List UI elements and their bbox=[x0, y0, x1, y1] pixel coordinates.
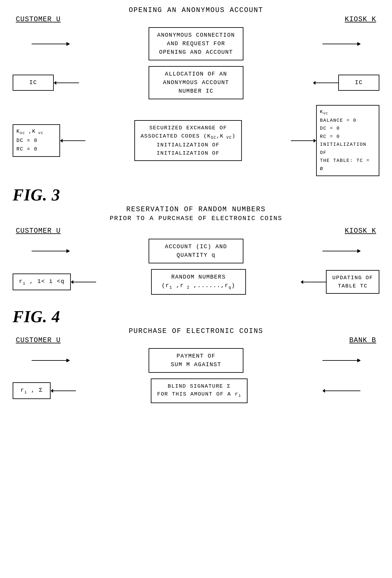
box-ri-sigma: ri , Σ bbox=[13, 382, 51, 399]
svg-marker-5 bbox=[54, 81, 56, 85]
flow-row-3: KSC ,K VCDC = 0RC = 0 SECURIZED EXCHANGE… bbox=[13, 105, 379, 176]
flow-row-fig3-1: ACCOUNT (IC) ANDQUANTITY q bbox=[13, 239, 379, 263]
fig4-section: FIG. 4 PURCHASE OF ELECTRONIC COINS CUST… bbox=[13, 307, 379, 403]
svg-marker-25 bbox=[51, 389, 53, 393]
box-ic-left: IC bbox=[13, 75, 54, 91]
arrow-right-3 bbox=[291, 136, 316, 145]
box-ksc-text: KSC ,K VCDC = 0RC = 0 bbox=[16, 129, 44, 152]
svg-marker-11 bbox=[314, 139, 316, 143]
fig3-section: FIG. 3 RESERVATION OF RANDOM NUMBERS PRI… bbox=[13, 186, 379, 294]
box-fig4-2-wrap: BLIND SIGNATURE ΣFOR THIS AMOUNT OF A ri bbox=[76, 378, 322, 403]
arrow-left-fig4-2 bbox=[51, 386, 76, 395]
box-random-numbers: RANDOM NUMBERS(r1 ,r 2 ,......,rq) bbox=[151, 269, 246, 294]
arrow-out-fig4-1 bbox=[322, 356, 360, 365]
right-side-3: KVCBALANCE = 0DC = 0RC = 0INITIALIZATION… bbox=[291, 105, 379, 176]
box2-wrap: ALLOCATION OF ANANONYMOUS ACCOUNTNUMBER … bbox=[79, 66, 313, 99]
flow-row-fig4-1: PAYMENT OFSUM M AGAINST bbox=[13, 348, 379, 373]
flow-row-fig3-2: ri , 1< i <q RANDOM NUMBERS(r1 ,r 2 ,...… bbox=[13, 269, 379, 294]
svg-marker-3 bbox=[357, 42, 360, 46]
right-side-fig3-2: UPDATING OFTABLE TC bbox=[301, 270, 379, 294]
arrow-left-from-right-2 bbox=[313, 78, 338, 87]
box-kvc-right: KVCBALANCE = 0DC = 0RC = 0INITIALIZATION… bbox=[316, 105, 379, 176]
box-anon-connection: ANONYMOUS CONNECTIONAND REQUEST FOROPENI… bbox=[149, 27, 243, 60]
right-side-1 bbox=[322, 40, 379, 48]
svg-marker-17 bbox=[71, 280, 73, 284]
right-side-fig4-1 bbox=[322, 356, 379, 365]
box3-wrap: SECURIZED EXCHANGE OFASSOCIATED CODES (K… bbox=[85, 120, 291, 161]
box-fig3-1-wrap: ACCOUNT (IC) ANDQUANTITY q bbox=[70, 239, 322, 263]
box-payment-text: PAYMENT OFSUM M AGAINST bbox=[171, 353, 221, 368]
left-side-3: KSC ,K VCDC = 0RC = 0 bbox=[13, 124, 85, 157]
left-side-fig4-1 bbox=[13, 356, 70, 365]
box-random-numbers-text: RANDOM NUMBERS(r1 ,r 2 ,......,rq) bbox=[162, 274, 235, 289]
fig3-subtitle: PRIOR TO A PURCHASE OF ELECTRONIC COINS bbox=[13, 215, 379, 222]
box-fig4-1-wrap: PAYMENT OFSUM M AGAINST bbox=[70, 348, 322, 373]
right-side-2: IC bbox=[313, 75, 379, 91]
box-updating-tc-text: UPDATING OFTABLE TC bbox=[332, 275, 373, 289]
box-securized-text: SECURIZED EXCHANGE OFASSOCIATED CODES (K… bbox=[141, 125, 236, 156]
left-side-2: IC bbox=[13, 75, 79, 91]
arrow-in-fig4-1 bbox=[32, 356, 70, 365]
kiosk-k-label-top: KIOSK K bbox=[345, 15, 376, 23]
box1-wrap: ANONYMOUS CONNECTIONAND REQUEST FOROPENI… bbox=[70, 27, 322, 60]
box-blind-signature-text: BLIND SIGNATURE ΣFOR THIS AMOUNT OF A ri bbox=[157, 383, 241, 397]
box-ri-sigma-text: ri , Σ bbox=[21, 387, 43, 393]
top-title: OPENING AN ANONYMOUS ACCOUNT bbox=[13, 6, 379, 14]
arrow-left-2 bbox=[54, 78, 79, 87]
arrow-in-1 bbox=[32, 40, 70, 48]
arrow-left-from-right-fig3-2 bbox=[301, 278, 326, 286]
customer-u-label-top: CUSTOMER U bbox=[16, 15, 61, 23]
customer-u-label-fig3: CUSTOMER U bbox=[16, 227, 61, 235]
bank-b-label-fig4: BANK B bbox=[349, 336, 376, 344]
actors-row-fig3: CUSTOMER U KIOSK K bbox=[13, 227, 379, 235]
flow-row-1: ANONYMOUS CONNECTIONAND REQUEST FOROPENI… bbox=[13, 27, 379, 60]
box-fig3-2-wrap: RANDOM NUMBERS(r1 ,r 2 ,......,rq) bbox=[96, 269, 301, 294]
page: OPENING AN ANONYMOUS ACCOUNT CUSTOMER U … bbox=[0, 0, 392, 578]
flow-row-2: IC ALLOCATION OF ANANONYMOUS ACCOUNTNUMB… bbox=[13, 66, 379, 99]
arrow-left-fig3-2 bbox=[71, 278, 96, 286]
box-ksc-kvc-left: KSC ,K VCDC = 0RC = 0 bbox=[13, 124, 60, 157]
fig4-label: FIG. 4 bbox=[13, 307, 379, 326]
svg-marker-23 bbox=[357, 359, 360, 362]
box-kvc-right-text: KVCBALANCE = 0DC = 0RC = 0INITIALIZATION… bbox=[320, 109, 370, 172]
right-side-fig4-2 bbox=[322, 386, 379, 395]
box-payment: PAYMENT OFSUM M AGAINST bbox=[149, 348, 243, 373]
flow-row-fig4-2: ri , Σ BLIND SIGNATURE ΣFOR THIS AMOUNT … bbox=[13, 378, 379, 403]
svg-marker-27 bbox=[322, 389, 325, 393]
actors-row-top: CUSTOMER U KIOSK K bbox=[13, 15, 379, 23]
fig3-label: FIG. 3 bbox=[13, 186, 379, 204]
fig4-title: PURCHASE OF ELECTRONIC COINS bbox=[13, 327, 379, 335]
svg-marker-7 bbox=[313, 81, 315, 85]
box-allocation: ALLOCATION OF ANANONYMOUS ACCOUNTNUMBER … bbox=[149, 66, 243, 99]
box-ic-left-text: IC bbox=[29, 79, 37, 86]
svg-marker-9 bbox=[60, 139, 63, 143]
arrow-in-fig4-2-right bbox=[322, 386, 360, 395]
right-side-fig3-1 bbox=[322, 247, 379, 255]
svg-marker-15 bbox=[357, 249, 360, 253]
svg-marker-1 bbox=[66, 42, 70, 46]
arrow-in-fig3-1 bbox=[32, 247, 70, 255]
fig3-title: RESERVATION OF RANDOM NUMBERS bbox=[13, 206, 379, 213]
box-ri-left-text: ri , 1< i <q bbox=[19, 278, 64, 285]
svg-marker-13 bbox=[66, 249, 70, 253]
box-ic-right: IC bbox=[338, 75, 379, 91]
box-account-quantity-text: ACCOUNT (IC) ANDQUANTITY q bbox=[165, 243, 227, 258]
box-account-quantity: ACCOUNT (IC) ANDQUANTITY q bbox=[149, 239, 243, 263]
svg-marker-19 bbox=[301, 280, 303, 284]
box-ri-left: ri , 1< i <q bbox=[13, 274, 71, 290]
fig-top-section: OPENING AN ANONYMOUS ACCOUNT CUSTOMER U … bbox=[13, 6, 379, 176]
box-securized-exchange: SECURIZED EXCHANGE OFASSOCIATED CODES (K… bbox=[134, 120, 242, 161]
box-allocation-text: ALLOCATION OF ANANONYMOUS ACCOUNTNUMBER … bbox=[163, 71, 229, 94]
left-side-fig3-1 bbox=[13, 247, 70, 255]
arrow-left-3 bbox=[60, 136, 85, 145]
left-side-fig4-2: ri , Σ bbox=[13, 382, 76, 399]
left-side-1 bbox=[13, 40, 70, 48]
box-ic-right-text: IC bbox=[355, 79, 363, 86]
box-updating-tc: UPDATING OFTABLE TC bbox=[326, 270, 379, 294]
box-anon-connection-text: ANONYMOUS CONNECTIONAND REQUEST FOROPENI… bbox=[157, 32, 235, 55]
actors-row-fig4: CUSTOMER U BANK B bbox=[13, 336, 379, 344]
arrow-out-fig3-1 bbox=[322, 247, 360, 255]
kiosk-k-label-fig3: KIOSK K bbox=[345, 227, 376, 235]
left-side-fig3-2: ri , 1< i <q bbox=[13, 274, 96, 290]
customer-u-label-fig4: CUSTOMER U bbox=[16, 336, 61, 344]
